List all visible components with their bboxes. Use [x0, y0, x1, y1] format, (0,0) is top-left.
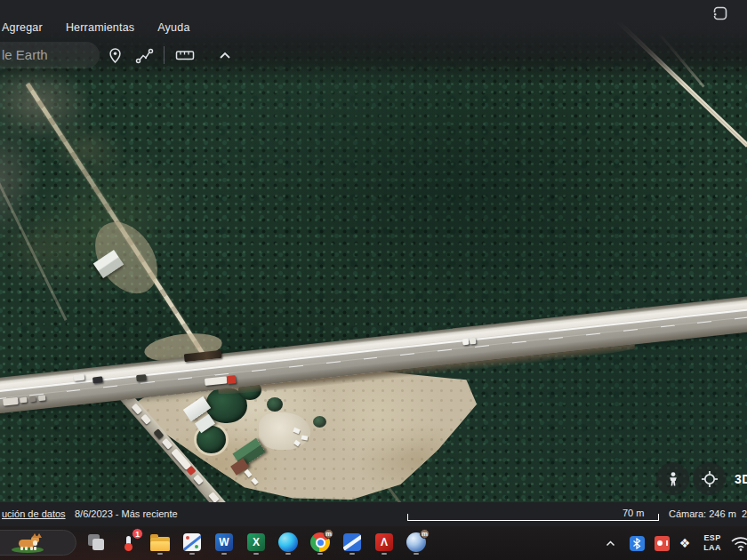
data-attribution-link[interactable]: ución de datos	[2, 508, 66, 519]
dropbox-icon: ❖	[679, 536, 691, 550]
running-indicator	[253, 553, 259, 556]
tray-bluetooth-button[interactable]	[626, 526, 647, 560]
acrobat-icon: Λ	[375, 533, 393, 551]
profile-badge: m	[324, 529, 333, 539]
taskbar-excel-button[interactable]: X	[245, 530, 268, 555]
word-icon: W	[215, 533, 233, 551]
windows-taskbar: 1 W X m	[0, 526, 747, 560]
clipped-right-label: 2	[742, 508, 747, 519]
map-scale-label: 70 m	[622, 508, 644, 518]
taskbar-scanner-button[interactable]	[341, 530, 364, 555]
ruler-button[interactable]	[175, 45, 195, 65]
my-location-icon	[701, 470, 719, 488]
menu-item-agregar[interactable]: Agregar	[2, 21, 43, 37]
tray-recorder-button[interactable]	[651, 526, 672, 560]
vehicle	[462, 339, 470, 346]
vehicle	[208, 492, 219, 502]
pegman-street-view-button[interactable]	[656, 462, 689, 495]
running-indicator	[317, 553, 323, 556]
wifi-icon	[730, 536, 747, 551]
view-3d-button[interactable]: 3D	[735, 468, 747, 491]
vehicle	[38, 395, 46, 401]
tree	[313, 416, 326, 428]
scanner-app-icon	[343, 533, 361, 551]
taskbar-chrome-button[interactable]: m	[309, 530, 332, 555]
browser-sphere-icon: m	[406, 532, 426, 552]
toolbar-divider	[164, 46, 165, 64]
taskbar-browser-profile-button[interactable]: m	[405, 530, 428, 555]
vehicle	[20, 397, 28, 404]
tray-language-indicator[interactable]: ESP LAA	[697, 526, 727, 560]
taskbar-edge-button[interactable]	[277, 530, 300, 555]
running-indicator	[189, 553, 195, 556]
vehicle	[92, 376, 103, 383]
menu-item-herramientas[interactable]: Herramientas	[66, 21, 134, 37]
vehicle	[193, 475, 204, 485]
truck-trailer	[205, 376, 228, 386]
capture-region-button[interactable]	[711, 4, 729, 22]
corgi-dog-illustration	[12, 535, 44, 553]
taskbar-weather-widget-button[interactable]: 1	[116, 530, 140, 555]
gravel-patch	[259, 412, 310, 450]
ruler-icon	[175, 48, 195, 62]
taskbar-word-button[interactable]: W	[213, 530, 236, 555]
vehicle	[3, 397, 19, 406]
profile-badge: m	[420, 529, 430, 539]
vehicle	[470, 338, 477, 345]
taskbar-acrobat-button[interactable]: Λ	[373, 530, 396, 555]
add-path-button[interactable]	[134, 45, 154, 65]
chevron-up-icon	[606, 540, 615, 547]
placemark-pin-icon	[107, 47, 124, 64]
chevron-up-icon	[219, 52, 231, 60]
language-line2: LAA	[703, 543, 721, 553]
task-view-icon	[86, 532, 106, 552]
recorder-icon	[655, 536, 670, 551]
snipping-tool-icon	[183, 533, 201, 551]
search-input-text: le Earth	[2, 47, 48, 62]
running-indicator	[414, 553, 419, 556]
tray-wifi-button[interactable]	[729, 526, 747, 560]
imagery-date-label[interactable]: 8/6/2023 - Más reciente	[75, 508, 178, 519]
desktop-screen: 3D Agregar Herramientas Ayuda le Earth	[0, 0, 747, 560]
collapse-toolbar-button[interactable]	[215, 45, 235, 65]
notification-badge: 1	[132, 528, 143, 540]
bluetooth-icon	[630, 536, 645, 551]
taskbar-task-view-button[interactable]	[84, 530, 108, 555]
view-3d-label: 3D	[735, 472, 747, 486]
vehicle	[136, 374, 147, 381]
capture-region-icon	[711, 4, 729, 22]
taskbar-snipping-tool-button[interactable]	[181, 530, 204, 555]
folder-icon	[150, 537, 170, 551]
taskbar-file-explorer-button[interactable]	[149, 530, 172, 555]
pegman-street-view-icon	[665, 471, 681, 487]
satellite-map-canvas[interactable]: 3D	[0, 0, 747, 502]
status-bar: ución de datos 8/6/2023 - Más reciente 7…	[0, 502, 747, 526]
my-location-button[interactable]	[693, 462, 726, 495]
vehicle	[141, 414, 151, 425]
tray-hidden-icons-button[interactable]	[601, 526, 619, 560]
running-indicator	[349, 553, 355, 556]
language-line1: ESP	[703, 533, 720, 543]
add-path-icon	[135, 46, 154, 65]
camera-altitude-label: Cámara: 246 m	[669, 508, 736, 519]
edge-browser-icon	[278, 532, 298, 552]
thermometer-icon: 1	[118, 532, 138, 552]
white-object	[301, 435, 309, 440]
running-indicator	[285, 553, 291, 556]
truck-cab	[227, 375, 237, 384]
running-indicator	[382, 553, 387, 556]
tray-dropbox-button[interactable]: ❖	[674, 526, 695, 560]
vehicle	[74, 374, 85, 381]
vehicle	[154, 428, 165, 439]
vehicle	[162, 438, 173, 450]
vehicle	[29, 396, 36, 403]
chrome-browser-icon: m	[310, 532, 330, 552]
menu-item-ayuda[interactable]: Ayuda	[157, 21, 189, 37]
tree	[267, 397, 283, 412]
placemark-pin-button[interactable]	[105, 45, 124, 65]
vehicle	[132, 404, 142, 415]
running-indicator	[157, 553, 163, 556]
taskbar-search-box[interactable]	[0, 530, 76, 556]
excel-icon: X	[247, 533, 265, 551]
map-scale-bar	[407, 514, 659, 521]
